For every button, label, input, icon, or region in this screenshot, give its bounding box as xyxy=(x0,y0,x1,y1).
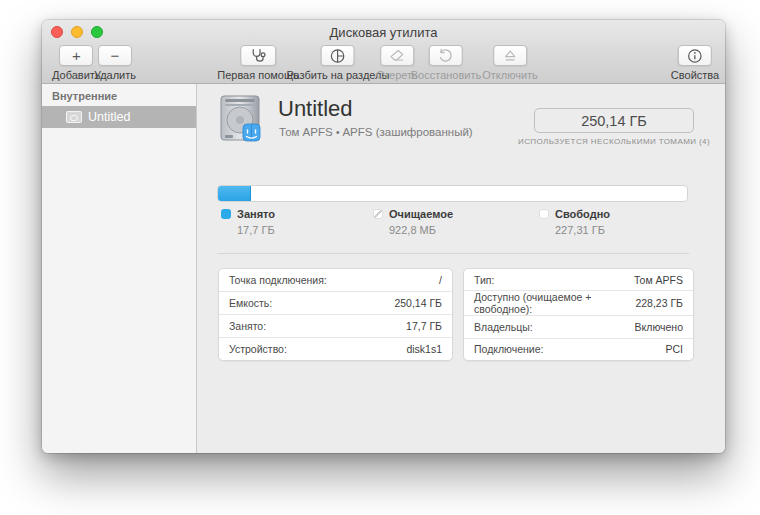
free-value: 227,31 ГБ xyxy=(555,224,610,236)
info-button[interactable]: Свойства xyxy=(671,45,719,81)
volume-subtitle: Том APFS • APFS (зашифрованный) xyxy=(279,126,473,138)
partition-icon xyxy=(330,48,346,64)
sidebar-section-internal: Внутренние xyxy=(42,84,196,106)
eraser-icon xyxy=(389,49,405,63)
volume-name: Untitled xyxy=(278,96,353,122)
traffic-lights xyxy=(51,26,103,38)
remove-button[interactable]: − Удалить xyxy=(94,45,136,81)
table-row: Доступно (очищаемое + свободное): 228,23… xyxy=(464,290,693,315)
close-button[interactable] xyxy=(51,26,63,38)
finder-badge-icon xyxy=(243,124,260,141)
minus-icon: − xyxy=(111,47,120,64)
legend-used: Занято 17,7 ГБ xyxy=(221,208,275,236)
capacity-note: ИСПОЛЬЗУЕТСЯ НЕСКОЛЬКИМИ ТОМАМИ (4) xyxy=(494,137,725,146)
info-table-right: Тип: Том APFS Доступно (очищаемое + своб… xyxy=(463,268,694,361)
window-header: Дисковая утилита + Добавить − Удалить xyxy=(42,20,725,84)
sidebar-item-untitled[interactable]: Untitled xyxy=(42,106,196,128)
minimize-button[interactable] xyxy=(71,26,83,38)
info-icon xyxy=(687,48,703,64)
capacity-box: 250,14 ГБ xyxy=(534,108,694,133)
toolbar: + Добавить − Удалить Первая помощь xyxy=(42,44,725,84)
table-row: Занято: 17,7 ГБ xyxy=(219,314,452,337)
unmount-button[interactable]: Отключить xyxy=(482,45,538,81)
plus-icon: + xyxy=(72,47,81,64)
purgeable-value: 922,8 МБ xyxy=(389,224,453,236)
used-value: 17,7 ГБ xyxy=(237,224,275,236)
used-swatch-icon xyxy=(221,209,231,219)
table-row: Емкость: 250,14 ГБ xyxy=(219,291,452,314)
hard-drive-icon xyxy=(216,93,264,143)
free-swatch-icon xyxy=(539,209,549,219)
volume-icon xyxy=(66,111,82,123)
partition-button[interactable]: Разбить на разделы xyxy=(287,45,390,81)
table-row: Точка подключения: / xyxy=(219,269,452,291)
zoom-button[interactable] xyxy=(91,26,103,38)
sidebar: Внутренние Untitled xyxy=(42,84,197,453)
main-panel: Untitled Том APFS • APFS (зашифрованный)… xyxy=(198,84,725,453)
usage-bar-used xyxy=(218,186,251,201)
sidebar-item-label: Untitled xyxy=(88,110,130,124)
capacity-value: 250,14 ГБ xyxy=(581,113,647,129)
table-row: Владельцы: Включено xyxy=(464,315,693,337)
section-divider xyxy=(217,253,689,254)
usage-bar xyxy=(217,185,688,202)
table-row: Подключение: PCI xyxy=(464,338,693,360)
window-title: Дисковая утилита xyxy=(42,20,725,46)
titlebar: Дисковая утилита xyxy=(42,20,725,44)
legend-free: Свободно 227,31 ГБ xyxy=(539,208,610,236)
table-row: Тип: Том APFS xyxy=(464,269,693,290)
info-table-left: Точка подключения: / Емкость: 250,14 ГБ … xyxy=(218,268,453,361)
purgeable-swatch-icon xyxy=(373,209,383,219)
stethoscope-icon xyxy=(249,48,267,63)
undo-arrow-icon xyxy=(438,48,454,63)
legend-purgeable: Очищаемое 922,8 МБ xyxy=(373,208,453,236)
eject-icon xyxy=(503,49,517,63)
restore-button[interactable]: Восстановить xyxy=(411,45,481,81)
disk-utility-window: Дисковая утилита + Добавить − Удалить xyxy=(42,20,725,453)
table-row: Устройство: disk1s1 xyxy=(219,337,452,360)
